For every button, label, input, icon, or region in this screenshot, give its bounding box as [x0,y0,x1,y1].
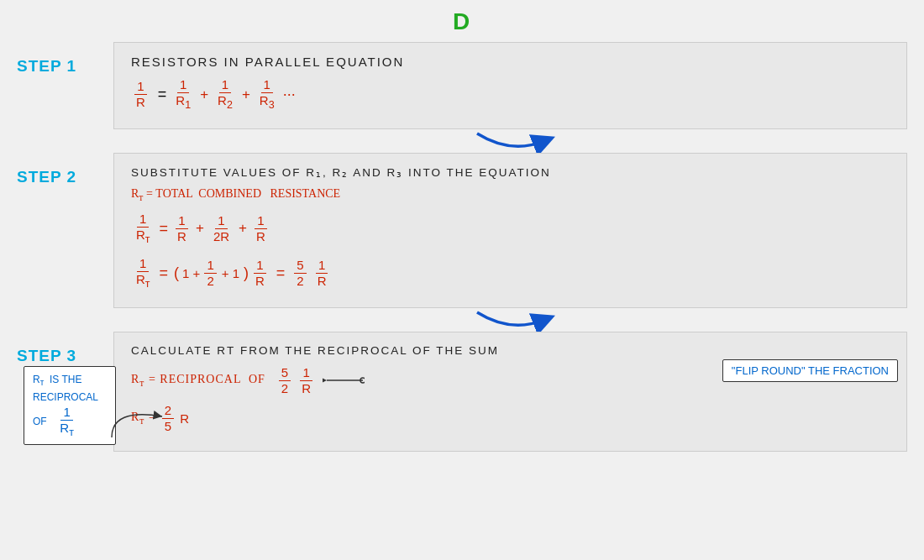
frac-1-R3: 1 R3 [257,77,277,112]
arrow-1-2 [113,129,907,153]
annotation-line-2: RECIPROCAL [33,390,107,405]
annotation-line-3: OF 1 Rт [33,405,107,439]
step-2-title: SUBSTITUTE VALUES OF R₁, R₂ AND R₃ INTO … [131,165,890,179]
frac-1-R-d: 1 R [315,258,329,289]
step-2-formula-1: 1 Rт = 1 R + 1 2R + 1 [131,212,890,246]
frac-1-2: 1 2 [204,258,216,289]
frac-1-R-step3: 1 R [299,365,313,396]
arrow-svg-1 [460,129,561,153]
step-2-formula-2: 1 Rт = ( 1 + 1 2 + 1 ) 1 R [131,256,890,290]
step-3-box: CALCULATE Rт FROM THE RECIPROCAL OF THE … [113,332,907,452]
page: D STEP 1 RESISTORS IN PARALLEL EQUATION … [0,0,924,560]
arrow-2-3 [113,308,907,332]
frac-1-RT: 1 Rт [134,212,153,246]
reciprocal-annotation: Rт IS THE RECIPROCAL OF 1 Rт [24,366,116,444]
step-2-subtitle: Rт = TOTAL COMBINED RESISTANCE [131,187,890,203]
annotation-line-1: Rт IS THE [33,372,107,389]
step-3-row: STEP 3 CALCULATE Rт FROM THE RECIPROCAL … [17,332,907,452]
steps-container: STEP 1 RESISTORS IN PARALLEL EQUATION 1 … [17,42,907,452]
arrow-svg-2 [460,308,561,332]
frac-1-R-c: 1 R [253,258,267,289]
step-2-row: STEP 2 SUBSTITUTE VALUES OF R₁, R₂ AND R… [17,153,907,308]
step-1-title: RESISTORS IN PARALLEL EQUATION [131,55,890,69]
frac-1-R2: 1 R2 [215,77,235,112]
frac-1-R1: 1 R1 [173,77,193,112]
step-1-box: RESISTORS IN PARALLEL EQUATION 1 R = 1 R… [113,42,907,129]
page-title: D [17,8,907,35]
frac-1-RT-annot: 1 Rт [57,405,76,439]
flip-arrow [323,372,365,389]
frac-5-2-step3: 5 2 [279,365,291,396]
step-2-label: STEP 2 [17,153,113,308]
step-1-formula: 1 R = 1 R1 + 1 R2 + [131,77,890,112]
frac-1-R: 1 R [134,79,148,110]
frac-1-R-b: 1 R [254,213,268,244]
annotation-arrow [108,400,175,442]
frac-1-R-a: 1 R [175,213,189,244]
step-1-row: STEP 1 RESISTORS IN PARALLEL EQUATION 1 … [17,42,907,129]
frac-1-RT-2: 1 Rт [134,256,153,290]
frac-5-2: 5 2 [294,258,306,289]
step-3-title: CALCULATE Rт FROM THE RECIPROCAL OF THE … [131,344,890,357]
step-3-formula-2: Rт = 2 5 R [131,403,890,434]
step-2-box: SUBSTITUTE VALUES OF R₁, R₂ AND R₃ INTO … [113,153,907,308]
frac-1-2R: 1 2R [211,213,232,244]
step-1-label: STEP 1 [17,42,113,129]
step-3-formula-1: Rт = RECIPROCAL OF 5 2 1 R [131,365,890,396]
